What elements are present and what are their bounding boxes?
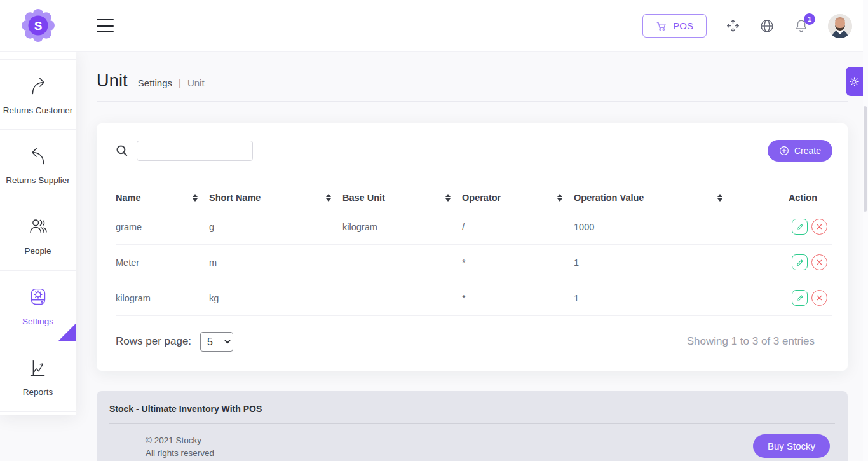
sidebar-nav: Returns Customer Returns Supplier (0, 52, 76, 415)
edit-button[interactable] (792, 290, 808, 306)
sort-icon[interactable] (717, 194, 722, 202)
gear-icon (849, 76, 860, 87)
page-title: Unit (97, 71, 128, 91)
cell-short-name: kg (209, 280, 342, 316)
table-row: kilogram kg * 1 (116, 280, 832, 316)
sort-icon[interactable] (193, 194, 198, 202)
sidebar-item-reports[interactable]: Reports (0, 341, 76, 412)
redo-arrow-icon (25, 73, 51, 100)
cell-operator: * (462, 245, 574, 280)
column-header-operation-value[interactable]: Operation Value (574, 187, 734, 209)
cell-operator: * (462, 280, 574, 316)
settings-device-icon (25, 284, 51, 311)
fullscreen-icon[interactable] (726, 18, 740, 33)
reports-chart-icon (25, 355, 51, 382)
sort-icon[interactable] (326, 194, 331, 202)
menu-toggle-icon[interactable] (97, 19, 114, 32)
cell-name: kilogram (116, 280, 209, 316)
active-corner-marker (58, 324, 76, 341)
breadcrumb: Settings | Unit (138, 78, 205, 88)
table-row: Meter m * 1 (116, 245, 832, 280)
app-window: S POS (0, 0, 868, 461)
column-header-base-unit[interactable]: Base Unit (342, 187, 462, 209)
pos-button[interactable]: POS (642, 14, 707, 38)
sort-icon[interactable] (557, 194, 562, 202)
unit-table-card: Create Name Short Name (97, 123, 848, 371)
cell-operation-value: 1000 (574, 209, 734, 245)
edit-button[interactable] (792, 254, 808, 270)
sidebar-item-returns-supplier[interactable]: Returns Supplier (0, 130, 76, 200)
sidebar-item-label: Returns Supplier (6, 175, 70, 186)
cell-operation-value: 1 (574, 280, 734, 316)
footer-title: Stock - Ultimate Inventory With POS (97, 391, 848, 423)
page-head: Unit Settings | Unit (97, 71, 848, 91)
buy-stocky-button[interactable]: Buy Stocky (753, 434, 830, 458)
column-header-operator[interactable]: Operator (462, 187, 574, 209)
delete-button[interactable] (811, 290, 827, 306)
table-row: grame g kilogram / 1000 (116, 209, 832, 245)
cell-short-name: m (209, 245, 342, 280)
units-table: Name Short Name Base Unit Operator (116, 187, 832, 316)
cell-operation-value: 1 (574, 245, 734, 280)
user-avatar[interactable] (828, 14, 852, 38)
language-globe-icon[interactable] (759, 18, 775, 34)
rows-per-page-label: Rows per page: (116, 335, 191, 348)
rights-text: All rights reserved (146, 447, 214, 460)
svg-text:S: S (34, 19, 43, 32)
delete-button[interactable] (811, 254, 827, 270)
undo-arrow-icon (25, 143, 51, 170)
page-scrollbar[interactable] (863, 0, 868, 461)
cell-name: Meter (116, 245, 209, 280)
table-toolbar: Create (116, 140, 832, 162)
copyright-text: © 2021 Stocky (146, 434, 214, 447)
create-button-label: Create (794, 146, 821, 156)
cell-base-unit (342, 245, 462, 280)
sidebar-item-label: Reports (23, 387, 53, 398)
sidebar-item-label: Settings (22, 317, 53, 327)
customizer-gear-button[interactable] (846, 67, 863, 96)
page-footer: Stock - Ultimate Inventory With POS © 20… (97, 391, 848, 461)
column-header-name[interactable]: Name (116, 187, 209, 209)
copyright-block: © 2021 Stocky All rights reserved (146, 434, 214, 460)
notification-badge: 1 (804, 13, 815, 25)
delete-button[interactable] (811, 219, 827, 235)
sidebar-item-returns-customer[interactable]: Returns Customer (0, 59, 76, 130)
sort-icon[interactable] (445, 194, 451, 202)
column-header-short-name[interactable]: Short Name (209, 187, 342, 209)
breadcrumb-unit[interactable]: Unit (187, 78, 205, 88)
stocky-logo-icon[interactable]: S (20, 8, 56, 43)
pos-button-label: POS (673, 20, 693, 31)
app-header: S POS (0, 0, 868, 52)
create-button[interactable]: Create (768, 140, 832, 162)
sidebar-item-people[interactable]: People (0, 200, 76, 271)
header-actions: POS (642, 0, 852, 52)
cart-icon (656, 20, 667, 32)
search-input[interactable] (137, 141, 253, 161)
search-icon (116, 144, 128, 157)
sidebar-item-label: Returns Customer (3, 106, 73, 116)
notifications-bell-icon[interactable]: 1 (794, 18, 809, 34)
cell-base-unit: kilogram (342, 209, 462, 245)
cell-base-unit (342, 280, 462, 316)
breadcrumb-separator: | (179, 78, 181, 88)
people-icon (25, 214, 51, 240)
table-header-row: Name Short Name Base Unit Operator (116, 187, 832, 209)
table-pagination: Rows per page: 5 Showing 1 to 3 of 3 ent… (116, 326, 832, 357)
cell-name: grame (116, 209, 209, 245)
cell-operator: / (462, 209, 574, 245)
edit-button[interactable] (792, 219, 808, 235)
sidebar-item-label: People (24, 246, 51, 257)
plus-circle-icon (779, 146, 789, 156)
cell-short-name: g (209, 209, 342, 245)
scrollbar-thumb[interactable] (864, 106, 867, 212)
column-header-action: Action (734, 187, 832, 209)
main-content: Unit Settings | Unit (76, 52, 868, 461)
title-divider (97, 101, 848, 102)
rows-per-page-select[interactable]: 5 (200, 332, 233, 352)
breadcrumb-settings[interactable]: Settings (138, 78, 172, 88)
sidebar-item-settings[interactable]: Settings (0, 271, 76, 341)
showing-entries-text: Showing 1 to 3 of 3 entries (687, 335, 815, 348)
